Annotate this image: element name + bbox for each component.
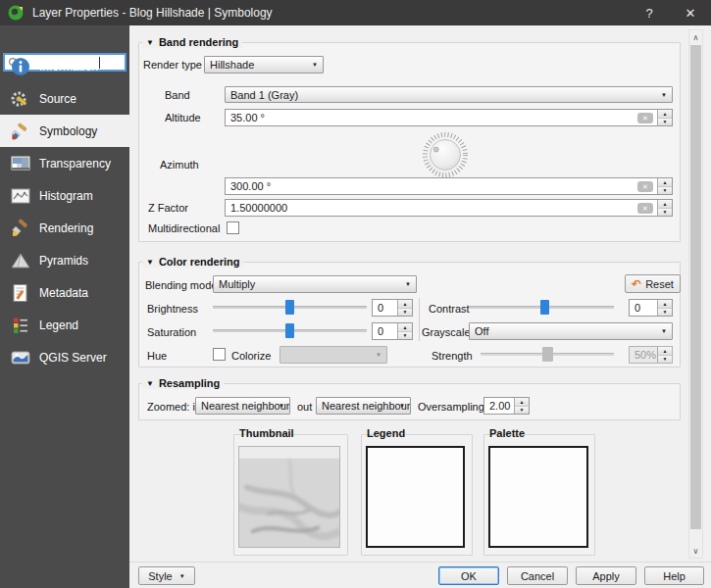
hue-label: Hue xyxy=(147,350,167,362)
sidebar-item-legend[interactable]: Legend xyxy=(0,309,129,341)
spin-up-icon[interactable]: ▲ xyxy=(398,323,412,332)
sidebar-item-qgis-server[interactable]: QGIS Server xyxy=(0,341,129,373)
azimuth-dial[interactable] xyxy=(417,128,474,181)
band-dropdown[interactable]: Band 1 (Gray) ▼ xyxy=(225,86,673,103)
slider-handle[interactable] xyxy=(285,300,294,315)
reset-undo-icon: ↶ xyxy=(632,277,641,291)
strength-spin-buttons[interactable]: ▲ ▼ xyxy=(657,347,672,363)
chevron-down-icon: ▼ xyxy=(405,281,411,287)
rendering-icon xyxy=(10,218,31,239)
saturation-slider[interactable] xyxy=(213,323,367,338)
resampling-header[interactable]: ▼ Resampling xyxy=(142,377,224,389)
colorize-color-dropdown[interactable]: ▼ xyxy=(279,346,387,364)
palette-preview-box xyxy=(488,446,588,548)
azimuth-label: Azimuth xyxy=(160,159,199,171)
slider-handle[interactable] xyxy=(285,323,294,338)
cancel-button[interactable]: Cancel xyxy=(507,566,568,585)
brightness-spin-buttons[interactable]: ▲ ▼ xyxy=(397,300,412,316)
sidebar-item-label: Transparency xyxy=(39,157,111,171)
spin-down-icon[interactable]: ▼ xyxy=(398,309,412,317)
scrollbar-thumb[interactable] xyxy=(690,45,701,529)
band-value: Band 1 (Gray) xyxy=(230,89,298,101)
sidebar-item-label: Histogram xyxy=(39,189,93,203)
sidebar-item-rendering[interactable]: Rendering xyxy=(0,212,129,244)
oversampling-spinbox[interactable]: 2.00 ▲ ▼ xyxy=(483,397,530,415)
sidebar-item-pyramids[interactable]: Pyramids xyxy=(0,244,129,276)
slider-handle[interactable] xyxy=(540,300,549,315)
band-rendering-header[interactable]: ▼ Band rendering xyxy=(142,36,242,48)
oversampling-spin-buttons[interactable]: ▲ ▼ xyxy=(514,398,529,414)
altitude-spin-buttons[interactable]: ▲ ▼ xyxy=(657,110,672,125)
spin-up-icon[interactable]: ▲ xyxy=(398,300,412,309)
azimuth-spinbox[interactable]: 300.00 ° ✕ ▲ ▼ xyxy=(225,177,673,195)
help-window-button[interactable]: ? xyxy=(633,0,666,25)
window-title: Layer Properties - Blog Hillshade | Symb… xyxy=(32,6,273,20)
grayscale-dropdown[interactable]: Off ▼ xyxy=(469,322,673,340)
help-button[interactable]: Help xyxy=(644,566,704,585)
spin-down-icon[interactable]: ▼ xyxy=(658,187,672,195)
spin-down-icon[interactable]: ▼ xyxy=(658,209,672,217)
spin-down-icon[interactable]: ▼ xyxy=(658,309,672,317)
z-factor-spinbox[interactable]: 1.50000000 ✕ ▲ ▼ xyxy=(225,199,673,217)
scrollbar-down-arrow[interactable]: ∨ xyxy=(688,544,703,558)
spin-up-icon[interactable]: ▲ xyxy=(658,110,672,119)
multidirectional-checkbox[interactable] xyxy=(227,221,239,234)
resampling-title: Resampling xyxy=(159,377,220,389)
spin-up-icon[interactable]: ▲ xyxy=(515,398,529,407)
strength-slider[interactable] xyxy=(481,347,614,362)
sidebar-item-metadata[interactable]: Metadata xyxy=(0,276,129,309)
qgis-server-icon xyxy=(10,347,31,368)
saturation-spin-buttons[interactable]: ▲ ▼ xyxy=(397,323,412,339)
slider-handle[interactable] xyxy=(542,347,553,362)
azimuth-value: 300.00 ° xyxy=(230,180,637,192)
collapse-arrow-icon: ▼ xyxy=(146,379,154,388)
sidebar-item-transparency[interactable]: Transparency xyxy=(0,147,129,179)
sidebar-item-histogram[interactable]: Histogram xyxy=(0,179,129,212)
sidebar-item-symbology[interactable]: Symbology xyxy=(0,115,129,147)
render-type-dropdown[interactable]: Hillshade ▼ xyxy=(204,56,324,74)
contrast-slider[interactable] xyxy=(469,300,614,315)
z-factor-spin-buttons[interactable]: ▲ ▼ xyxy=(657,200,672,216)
contrast-spin-buttons[interactable]: ▲ ▼ xyxy=(657,300,672,316)
clear-field-icon[interactable]: ✕ xyxy=(637,113,653,123)
scrollbar-up-arrow[interactable]: ∧ xyxy=(688,30,703,44)
spin-up-icon[interactable]: ▲ xyxy=(658,178,672,187)
histogram-icon xyxy=(10,185,31,207)
zoomed-out-dropdown[interactable]: Nearest neighbour ▼ xyxy=(316,397,411,415)
zoomed-in-dropdown[interactable]: Nearest neighbour ▼ xyxy=(195,397,290,415)
saturation-label: Saturation xyxy=(147,326,196,338)
ok-button[interactable]: OK xyxy=(438,566,499,585)
spin-down-icon[interactable]: ▼ xyxy=(658,119,672,126)
contrast-spinbox[interactable]: 0 ▲ ▼ xyxy=(629,299,673,317)
sidebar-item-source[interactable]: Source xyxy=(0,82,129,115)
brightness-slider[interactable] xyxy=(213,300,367,315)
apply-button[interactable]: Apply xyxy=(576,566,636,585)
chevron-down-icon: ▼ xyxy=(661,92,667,98)
colorize-checkbox[interactable] xyxy=(213,348,226,361)
qgis-logo-icon xyxy=(7,4,25,22)
reset-button[interactable]: ↶ Reset xyxy=(625,274,681,293)
azimuth-spin-buttons[interactable]: ▲ ▼ xyxy=(657,178,672,194)
spin-down-icon[interactable]: ▼ xyxy=(515,407,529,415)
colorize-label: Colorize xyxy=(231,350,271,362)
spin-down-icon[interactable]: ▼ xyxy=(398,332,412,340)
saturation-spinbox[interactable]: 0 ▲ ▼ xyxy=(372,322,413,340)
spin-up-icon[interactable]: ▲ xyxy=(658,347,672,356)
spin-up-icon[interactable]: ▲ xyxy=(658,200,672,209)
clear-field-icon[interactable]: ✕ xyxy=(637,203,653,214)
oversampling-label: Oversampling xyxy=(418,401,484,413)
blending-mode-dropdown[interactable]: Multiply ▼ xyxy=(213,275,417,293)
sidebar-item-information[interactable]: Information xyxy=(0,50,129,82)
close-window-button[interactable]: ✕ xyxy=(674,0,707,25)
altitude-spinbox[interactable]: 35.00 ° ✕ ▲ ▼ xyxy=(225,109,673,126)
strength-spinbox[interactable]: 50% ▲ ▼ xyxy=(629,346,673,364)
spin-down-icon[interactable]: ▼ xyxy=(658,356,672,364)
zoomed-out-label: out xyxy=(297,401,312,413)
altitude-label: Altitude xyxy=(165,112,201,123)
brightness-spinbox[interactable]: 0 ▲ ▼ xyxy=(372,299,413,317)
spin-up-icon[interactable]: ▲ xyxy=(658,300,672,309)
clear-field-icon[interactable]: ✕ xyxy=(637,181,653,192)
information-icon xyxy=(10,56,31,77)
style-menu-button[interactable]: Style ▼ xyxy=(138,566,195,585)
color-rendering-header[interactable]: ▼ Color rendering xyxy=(142,256,243,268)
